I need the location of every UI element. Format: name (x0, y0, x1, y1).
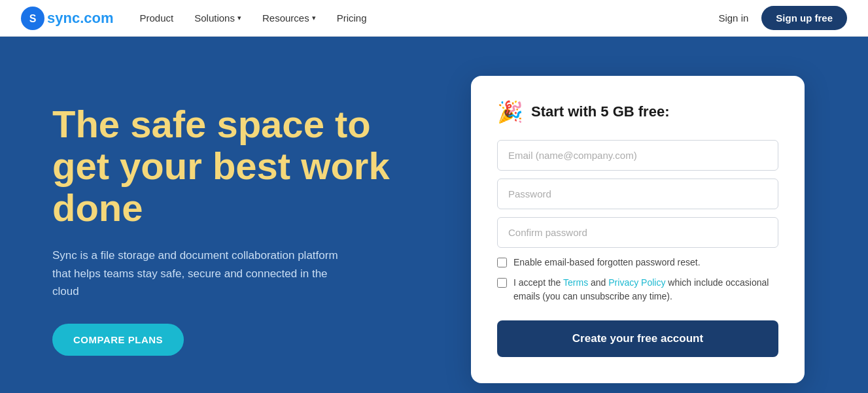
hero-section: The safe space to get your best work don… (0, 37, 868, 393)
card-title: 🎉 Start with 5 GB free: (497, 99, 778, 124)
resources-chevron-icon: ▾ (312, 14, 316, 22)
navbar: S sync.com Product Solutions ▾ Resources… (0, 0, 868, 37)
confirm-password-field[interactable] (497, 217, 778, 248)
email-field[interactable] (497, 140, 778, 171)
email-reset-label: Enable email-based forgotten password re… (513, 256, 701, 269)
email-reset-checkbox[interactable] (497, 258, 507, 267)
nav-item-pricing[interactable]: Pricing (337, 12, 367, 24)
party-icon: 🎉 (497, 99, 523, 124)
compare-plans-button[interactable]: COMPARE PLANS (52, 324, 184, 356)
hero-heading: The safe space to get your best work don… (52, 103, 419, 228)
privacy-policy-link[interactable]: Privacy Policy (608, 277, 665, 288)
hero-subtext: Sync is a file storage and document coll… (52, 247, 353, 300)
create-account-button[interactable]: Create your free account (497, 320, 778, 357)
nav-item-resources[interactable]: Resources ▾ (262, 12, 316, 24)
terms-checkbox-row: I accept the Terms and Privacy Policy wh… (497, 276, 778, 303)
password-field[interactable] (497, 179, 778, 209)
sign-in-link[interactable]: Sign in (718, 12, 748, 24)
logo-text: sync.com (47, 10, 114, 27)
solutions-chevron-icon: ▾ (237, 14, 241, 22)
card-title-text: Start with 5 GB free: (531, 103, 669, 120)
signup-card: 🎉 Start with 5 GB free: Enable email-bas… (471, 76, 805, 383)
terms-checkbox[interactable] (497, 278, 507, 288)
sign-up-button[interactable]: Sign up free (761, 6, 847, 30)
nav-actions: Sign in Sign up free (718, 6, 847, 30)
email-reset-checkbox-row: Enable email-based forgotten password re… (497, 256, 778, 269)
hero-left: The safe space to get your best work don… (52, 103, 419, 356)
logo[interactable]: S sync.com (21, 7, 114, 30)
nav-item-solutions[interactable]: Solutions ▾ (194, 12, 241, 24)
terms-link[interactable]: Terms (563, 277, 588, 288)
svg-text:S: S (29, 13, 37, 24)
nav-item-product[interactable]: Product (140, 12, 174, 24)
nav-links: Product Solutions ▾ Resources ▾ Pricing (140, 12, 719, 24)
hero-right: 🎉 Start with 5 GB free: Enable email-bas… (471, 76, 805, 383)
terms-label: I accept the Terms and Privacy Policy wh… (513, 276, 778, 303)
